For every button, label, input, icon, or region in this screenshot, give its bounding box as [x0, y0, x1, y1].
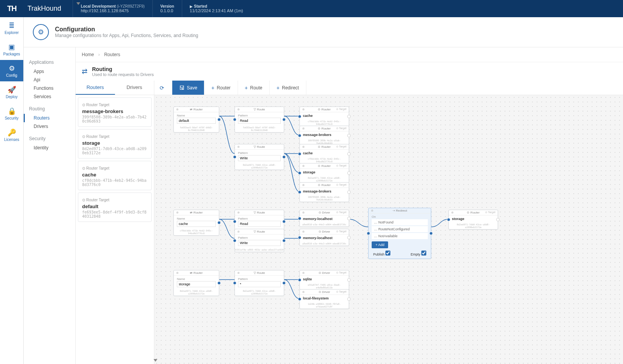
app-header: TH TrakHound Local Development (i-YZR89Z… [0, 0, 623, 17]
close-icon[interactable]: ⊗ [237, 230, 240, 233]
refresh-icon: ⟳ [160, 85, 164, 91]
close-icon[interactable]: ⊗ [302, 127, 305, 130]
add-router-button[interactable]: +Router [204, 81, 238, 95]
routing-head: ⇄ Routing Used to route requests to Driv… [76, 62, 623, 81]
router-card[interactable]: ⊙ Router Targetcachecf0dcbbb-471b-4eb2-9… [78, 161, 152, 190]
header-started: ▶Started 11/12/2024 2:13:41 AM (1m) [182, 0, 251, 17]
conf-item-routers[interactable]: Routers [24, 114, 72, 122]
breadcrumb-item[interactable]: Home [82, 52, 94, 57]
header-environment: Local Development (i-YZR89ZT2F9) http://… [73, 0, 152, 17]
canvas[interactable]: ⊗⇄ RouterNamefe693ee5-8def-4f9f-b9d3-8cf… [154, 95, 623, 364]
add-route-button[interactable]: +Route [238, 81, 270, 95]
route-pattern-input[interactable] [238, 118, 281, 124]
iconbar-item-security[interactable]: 🔒Security [0, 103, 23, 124]
close-icon[interactable]: ⊗ [302, 271, 305, 275]
redirect-item[interactable]: … RouteNotConfigured [372, 226, 428, 232]
add-button[interactable]: + Add [372, 241, 388, 248]
target-node[interactable]: ⊗⊙ Router⊙ Targetstorage8d2ed971-7db9-43… [448, 210, 498, 230]
route-node[interactable]: ⊗▽ RoutePattern8d2ed971-7db9-43ce-a0d8-a… [235, 144, 284, 170]
route-node[interactable]: ⊗▽ RoutePattern8d2ed971-7db9-43ce-a0d8-a… [235, 270, 284, 296]
config-sidebar: ApplicationsAppsApiFunctionsServicesRout… [24, 47, 75, 364]
router-node[interactable]: ⊗⇄ RouterNamecf0dcbbb-471b-4eb2-945c-94b… [173, 210, 219, 236]
close-icon[interactable]: ⊗ [237, 145, 240, 149]
nav-icon: 🔑 [8, 128, 16, 137]
conf-item-functions[interactable]: Functions [29, 84, 72, 92]
close-icon[interactable]: ⊗ [302, 183, 305, 187]
router-card[interactable]: ⊙ Router Targetmessage-brokers399f8508-3… [78, 97, 152, 127]
route-node[interactable]: ⊗▽ RoutePatternfe693ee5-8def-4f9f-b9d3-8… [235, 107, 284, 133]
router-name-input[interactable] [177, 281, 216, 287]
router-node[interactable]: ⊗⇄ RouterNamefe693ee5-8def-4f9f-b9d3-8cf… [173, 107, 219, 133]
header-version: Version 0.1.0.0 [152, 0, 182, 17]
tab-routers[interactable]: Routers [76, 81, 115, 95]
nav-icon: 🚀 [8, 86, 16, 94]
breadcrumb-item[interactable]: Routers [104, 52, 120, 57]
router-name-input[interactable] [177, 118, 216, 124]
iconbar-item-deploy[interactable]: 🚀Deploy [0, 81, 23, 103]
close-icon[interactable]: ⊗ [176, 271, 179, 275]
save-button[interactable]: 🖫Save [172, 81, 204, 95]
iconbar-item-licenses[interactable]: 🔑Licenses [0, 124, 23, 146]
close-icon[interactable]: ⊗ [371, 209, 374, 212]
close-icon[interactable]: ⊗ [176, 108, 179, 111]
chevron-right-icon: › [98, 52, 100, 57]
router-card[interactable]: ⊙ Router Targetstorage8d2ed971-7db9-43ce… [78, 129, 152, 159]
target-node[interactable]: ⊗⊙ Driver⊙ Targetmemory-localhosta8ed810… [299, 229, 349, 246]
target-node[interactable]: ⊗⊙ Router⊙ Targetmessage-brokers399f8508… [299, 182, 349, 202]
close-icon[interactable]: ⊗ [237, 108, 240, 111]
close-icon[interactable]: ⊗ [302, 290, 305, 294]
router-card[interactable]: ⊙ Router Targetdefaultfe693ee5-8def-4f9f… [78, 193, 152, 222]
target-node[interactable]: ⊗⊙ Router⊙ Targetstorage8d2ed971-7db9-43… [299, 163, 349, 183]
target-node[interactable]: ⊗⊙ Driver⊙ Targetmemory-localhosta8ed810… [299, 210, 349, 227]
iconbar-item-packages[interactable]: ▣Packages [0, 39, 23, 60]
iconbar-item-config[interactable]: ⚙Config [0, 60, 23, 81]
add-redirect-button[interactable]: +Redirect [270, 81, 306, 95]
close-icon[interactable]: ⊗ [302, 145, 305, 149]
empty-checkbox[interactable] [421, 251, 426, 256]
iconbar-item-explorer[interactable]: ≣Explorer [0, 17, 23, 39]
conf-item-apps[interactable]: Apps [29, 67, 72, 76]
target-node[interactable]: ⊗⊙ Router⊙ Targetcachecf0dcbbb-471b-4eb2… [299, 107, 349, 126]
close-icon[interactable]: ⊗ [237, 271, 240, 275]
route-pattern-input[interactable] [238, 240, 281, 246]
collapse-icon[interactable] [154, 359, 157, 362]
close-icon[interactable]: ⊗ [302, 211, 305, 214]
close-icon[interactable]: ⊗ [451, 211, 454, 214]
tabs: RoutersDrivers [76, 81, 154, 95]
route-pattern-input[interactable] [238, 281, 281, 287]
tab-drivers[interactable]: Drivers [115, 81, 154, 95]
route-pattern-input[interactable] [238, 221, 281, 227]
close-icon[interactable]: ⊗ [302, 108, 305, 111]
conf-item-services[interactable]: Services [29, 92, 72, 101]
redirect-item[interactable]: … NotFound [372, 219, 428, 225]
plus-icon: + [211, 85, 214, 91]
conf-item-drivers[interactable]: Drivers [29, 122, 72, 131]
close-icon[interactable]: ⊗ [302, 164, 305, 168]
iconbar: ≣Explorer▣Packages⚙Config🚀Deploy🔒Securit… [0, 17, 24, 364]
refresh-button[interactable]: ⟳ [154, 81, 172, 95]
router-name-input[interactable] [177, 221, 216, 227]
router-node[interactable]: ⊗⇄ RouterName8d2ed971-7db9-43ce-a0d8-a20… [173, 270, 219, 296]
nav-icon: ▣ [8, 43, 15, 51]
close-icon[interactable]: ⊗ [302, 230, 305, 233]
conf-item-api[interactable]: Api [29, 76, 72, 84]
close-icon[interactable]: ⊗ [176, 211, 179, 214]
nav-icon: ≣ [9, 21, 15, 30]
nav-icon: 🔒 [8, 107, 16, 115]
publish-checkbox[interactable] [385, 251, 390, 256]
redirect-item[interactable]: … NotAvailable [372, 233, 428, 239]
page-head: ⚙ Configuration Manage configurations fo… [24, 17, 623, 47]
route-node[interactable]: ⊗▽ RoutePattern0351ef0e-e866-493e-aebe-e… [235, 229, 284, 252]
router-panel: RoutersDrivers ⊙ Router Targetmessage-br… [76, 81, 154, 364]
target-node[interactable]: ⊗⊙ Router⊙ Targetmessage-brokers399f8508… [299, 126, 349, 146]
route-pattern-input[interactable] [238, 155, 281, 161]
conf-group: Applications [29, 60, 72, 65]
close-icon[interactable]: ⊗ [237, 211, 240, 214]
target-node[interactable]: ⊗⊙ Driver⊙ Targetlocal-filesystem1d20b-e… [299, 289, 349, 309]
redirect-node[interactable]: ⊗⇢ RedirectOn… NotFound… RouteNotConfigu… [368, 208, 431, 259]
conf-item-identity[interactable]: Identity [29, 144, 72, 152]
target-node[interactable]: ⊗⊙ Driver⊙ Targetsqlitee55e074f-f405-e8c… [299, 270, 349, 290]
target-node[interactable]: ⊗⊙ Router⊙ Targetcachecf0dcbbb-471b-4eb2… [299, 144, 349, 164]
router-list: ⊙ Router Targetmessage-brokers399f8508-3… [76, 95, 154, 226]
settings-icon: ⚙ [33, 24, 49, 40]
